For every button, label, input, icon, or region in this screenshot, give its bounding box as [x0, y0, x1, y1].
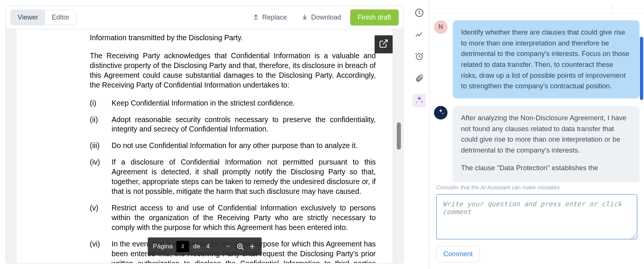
clock-icon	[415, 52, 424, 62]
user-message-bubble: Identify whether there are clauses that …	[453, 20, 639, 98]
finish-draft-button[interactable]: Finish draft	[350, 9, 399, 26]
download-label: Download	[311, 14, 341, 21]
editor-tab[interactable]: Editor	[45, 10, 76, 25]
popout-button[interactable]	[375, 35, 393, 53]
list-text: Keep Confidential Information in the str…	[112, 98, 376, 108]
list-item: (ii) Adopt reasonable security controls …	[90, 115, 376, 134]
doc-preamble: The Receiving Party acknowledges that Co…	[33, 51, 376, 90]
document-area: Information transmitted by the Disclosin…	[6, 29, 403, 263]
ai-para-1: After analyzing the Non-Disclosure Agree…	[461, 113, 631, 156]
resize-handle-icon[interactable]	[630, 234, 636, 239]
chat-messages[interactable]: N Identify whether there are clauses tha…	[429, 14, 644, 182]
user-avatar: N	[434, 20, 447, 34]
document-toolbar: Viewer Editor Replace Download Finish dr…	[6, 6, 403, 29]
header-divider	[612, 3, 612, 11]
list-marker: (vi)	[90, 239, 105, 263]
document-page: Information transmitted by the Disclosin…	[17, 29, 393, 263]
chat-scrollbar[interactable]	[640, 37, 643, 100]
ai-avatar	[434, 106, 447, 119]
chart-line-icon	[415, 30, 424, 41]
external-link-icon	[379, 39, 389, 50]
rail-reminders[interactable]	[413, 50, 426, 64]
page-total: 4	[206, 243, 210, 250]
list-text: If a disclosure of Confidential Informat…	[112, 157, 376, 196]
rail-info[interactable]	[413, 7, 426, 20]
list-text: Restrict access to and use of Confidenti…	[112, 203, 376, 233]
rail-analytics[interactable]	[413, 29, 426, 42]
list-item: (iv) If a disclosure of Confidential Inf…	[90, 157, 376, 196]
download-icon	[301, 13, 308, 22]
of-label: de	[193, 243, 200, 250]
export-button[interactable]	[631, 3, 639, 11]
help-button[interactable]	[599, 3, 607, 11]
doc-intro-tail: Information transmitted by the Disclosin…	[33, 33, 376, 43]
zoom-in-button[interactable]: +	[248, 242, 256, 251]
replace-label: Replace	[262, 14, 287, 21]
sparkle-icon	[415, 95, 424, 106]
comment-button[interactable]: Comment	[436, 246, 480, 262]
upload-icon	[252, 13, 259, 22]
list-item: (iii) Do not use Confidential Informatio…	[90, 141, 376, 151]
paperclip-icon	[415, 74, 424, 84]
sparkle-icon	[437, 108, 444, 117]
rail-ai-assistant[interactable]	[413, 94, 426, 107]
list-marker: (i)	[90, 98, 105, 108]
view-mode-toggle: Viewer Editor	[11, 10, 77, 25]
list-item: (v) Restrict access to and use of Confid…	[90, 203, 376, 233]
download-button[interactable]: Download	[296, 10, 346, 25]
ai-chat-panel: N Identify whether there are clauses tha…	[429, 0, 644, 269]
replace-button[interactable]: Replace	[247, 10, 292, 25]
rail-attachments[interactable]	[413, 72, 426, 86]
page-label: Página	[153, 243, 173, 250]
svg-point-2	[419, 11, 420, 12]
list-text: Do not use Confidential Information for …	[112, 141, 376, 151]
ai-disclaimer: Consider that the AI Assistant can make …	[436, 184, 637, 190]
user-message-row: N Identify whether there are clauses tha…	[434, 20, 639, 98]
list-marker: (ii)	[90, 115, 105, 134]
list-text: Adopt reasonable security controls neces…	[112, 115, 376, 134]
zoom-out-button[interactable]: −	[224, 242, 232, 251]
side-rail	[409, 0, 429, 269]
list-marker: (iv)	[90, 157, 105, 196]
pdf-viewer-bar: Página de 4 − +	[148, 237, 262, 255]
chat-input[interactable]	[436, 194, 637, 239]
ai-message-bubble: After analyzing the Non-Disclosure Agree…	[453, 106, 639, 182]
page-number-input[interactable]	[177, 241, 189, 252]
zoom-icon[interactable]	[236, 242, 244, 251]
info-icon	[415, 8, 424, 19]
list-marker: (iii)	[90, 141, 105, 151]
list-item: (i) Keep Confidential Information in the…	[90, 98, 376, 108]
document-scrollbar[interactable]	[397, 122, 401, 150]
list-marker: (v)	[90, 203, 105, 233]
clear-button[interactable]	[618, 3, 626, 11]
ai-message-row: After analyzing the Non-Disclosure Agree…	[434, 106, 639, 182]
viewer-tab[interactable]: Viewer	[11, 10, 45, 25]
ai-para-2: The clause "Data Protection" establishes…	[461, 163, 631, 174]
panel-header	[429, 0, 644, 14]
chat-input-area: Consider that the AI Assistant can make …	[429, 182, 644, 269]
